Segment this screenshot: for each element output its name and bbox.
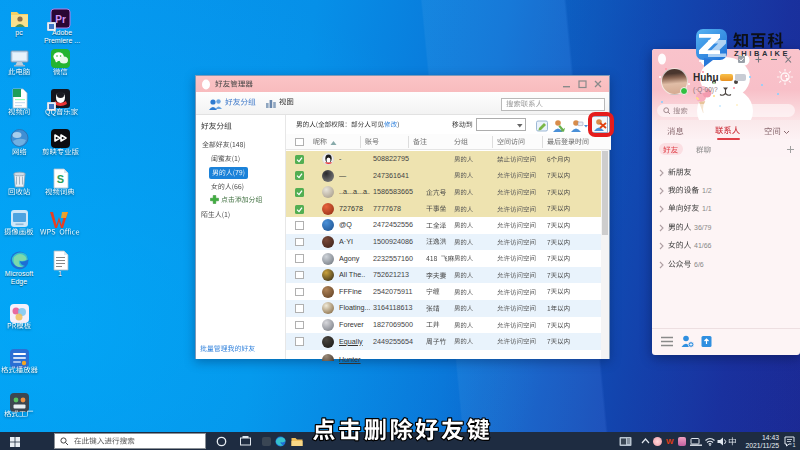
svg-text:Pr: Pr (55, 14, 66, 25)
svg-text:S: S (57, 173, 64, 185)
svg-text:1: 1 (792, 442, 795, 448)
